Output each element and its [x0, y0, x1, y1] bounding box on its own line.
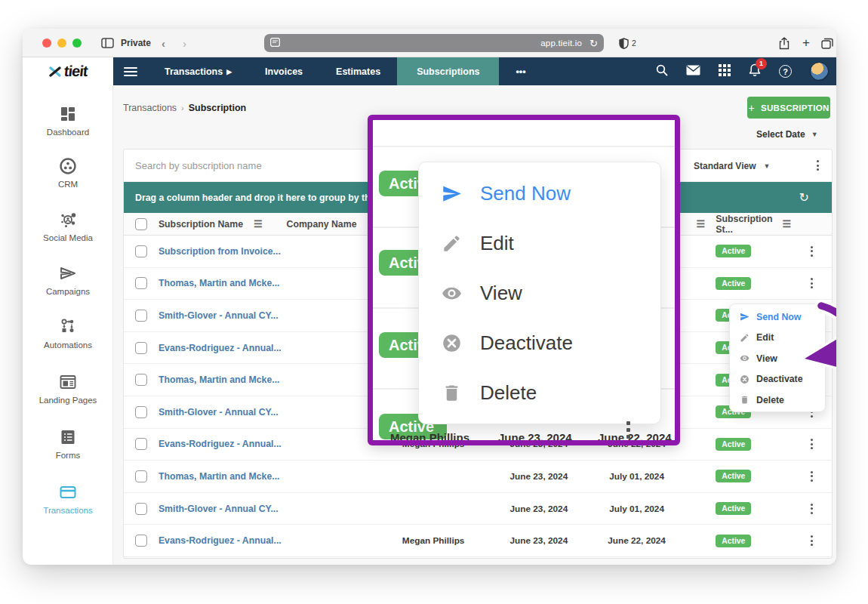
sidebar-item-dashboard[interactable]: Dashboard: [23, 105, 113, 147]
select-all-checkbox[interactable]: [135, 218, 147, 230]
view-selector-dropdown[interactable]: Standard View ▼: [694, 149, 770, 182]
browser-sidebar-icon[interactable]: [101, 29, 114, 57]
logo-text: tieit: [63, 63, 88, 80]
breadcrumb: Transactions › Subscription: [123, 103, 246, 113]
reload-icon[interactable]: ↻: [589, 38, 598, 49]
sidebar-item-crm[interactable]: CRM: [23, 157, 113, 199]
minimize-window-icon[interactable]: [57, 39, 66, 48]
sidebar-item-campaigns[interactable]: Campaigns: [23, 264, 113, 307]
row-checkbox[interactable]: [135, 406, 147, 418]
subscription-name-link[interactable]: Thomas, Martin and Mcke...: [159, 471, 280, 482]
tab-overview-icon[interactable]: [821, 29, 833, 57]
menu-item-deactivate[interactable]: Deactivate: [730, 369, 825, 390]
user-avatar[interactable]: [810, 62, 829, 81]
sidebar-item-automations[interactable]: Automations: [23, 318, 113, 360]
status-badge: Active: [716, 438, 751, 451]
new-tab-icon[interactable]: +: [802, 29, 810, 57]
row-checkbox[interactable]: [135, 310, 147, 322]
credit-card-icon: [59, 483, 77, 501]
menu-item-send-now[interactable]: Send Now: [419, 168, 660, 218]
subscription-name-link[interactable]: Thomas, Martin and Mcke...: [159, 374, 280, 385]
row-kebab-menu-magnified[interactable]: [626, 421, 630, 439]
chevron-down-icon: ▼: [811, 131, 818, 138]
sidebar-item-landing-pages[interactable]: Landing Pages: [23, 373, 113, 415]
menu-item-edit[interactable]: Edit: [730, 328, 825, 349]
menu-item-view[interactable]: View: [730, 348, 825, 369]
nav-subscriptions[interactable]: Subscriptions: [397, 57, 499, 85]
help-icon[interactable]: ?: [779, 65, 792, 78]
eye-icon: [740, 353, 749, 363]
subscription-name-link[interactable]: Subscription from Invoice...: [159, 246, 281, 257]
privacy-shield[interactable]: 2: [619, 29, 636, 57]
select-date-dropdown[interactable]: Select Date ▼: [756, 129, 818, 140]
menu-item-deactivate[interactable]: Deactivate: [419, 318, 660, 368]
forward-button[interactable]: ›: [183, 29, 186, 57]
sidebar-item-social-media[interactable]: Social Media: [23, 211, 113, 253]
column-subscription-name[interactable]: Subscription Name: [159, 219, 243, 230]
apps-grid-icon[interactable]: [719, 64, 731, 79]
menu-item-delete[interactable]: Delete: [419, 368, 660, 418]
row-checkbox[interactable]: [135, 245, 147, 257]
row-kebab-menu[interactable]: [806, 276, 817, 290]
app-logo[interactable]: tieit: [23, 57, 113, 85]
clipped-date: June 23, 2024: [498, 431, 572, 440]
row-checkbox[interactable]: [135, 470, 147, 482]
subscription-name-link[interactable]: Smith-Glover - Annual CY...: [159, 504, 279, 514]
pencil-icon: [740, 333, 749, 343]
pencil-icon: [442, 233, 462, 254]
add-subscription-button[interactable]: + SUBSCRIPTION: [747, 97, 830, 119]
nav-transactions[interactable]: Transactions ▶: [148, 57, 248, 85]
back-button[interactable]: ‹: [162, 29, 165, 57]
traffic-lights[interactable]: [42, 39, 82, 48]
row-kebab-menu[interactable]: [806, 534, 817, 547]
nav-more[interactable]: •••: [499, 57, 542, 85]
address-bar[interactable]: app.tieit.io ↻: [264, 34, 604, 52]
row-kebab-menu[interactable]: [806, 245, 817, 258]
notifications-bell-icon[interactable]: 1: [749, 63, 761, 80]
zoom-window-icon[interactable]: [72, 39, 82, 48]
clipped-contact: Megan Phillips: [390, 431, 469, 440]
subscription-name-link[interactable]: Thomas, Martin and Mcke...: [159, 278, 280, 288]
row-checkbox[interactable]: [135, 374, 147, 386]
menu-item-delete[interactable]: Delete: [730, 390, 825, 411]
row-kebab-menu[interactable]: [806, 502, 817, 516]
column-menu-icon[interactable]: ☰: [254, 218, 263, 230]
mail-icon[interactable]: [686, 65, 700, 79]
menu-item-send-now[interactable]: Send Now: [730, 307, 825, 328]
row-checkbox[interactable]: [135, 535, 147, 547]
table-row: Evans-Rodriguez - Annual... Megan Philli…: [124, 525, 832, 557]
sidebar-item-forms[interactable]: Forms: [23, 428, 113, 470]
dashboard-icon: [59, 105, 77, 123]
column-subscription-status[interactable]: Subscription St...: [716, 214, 776, 235]
workflow-icon: [59, 318, 77, 336]
nav-estimates[interactable]: Estimates: [319, 57, 397, 85]
subscription-name-link[interactable]: Evans-Rodriguez - Annual...: [159, 343, 282, 353]
row-checkbox[interactable]: [135, 438, 147, 450]
breadcrumb-transactions[interactable]: Transactions: [123, 103, 177, 113]
column-menu-icon[interactable]: ☰: [697, 218, 706, 230]
sidebar-item-transactions[interactable]: Transactions: [23, 483, 113, 525]
row-kebab-menu[interactable]: [806, 437, 817, 451]
column-menu-icon[interactable]: ☰: [782, 218, 791, 230]
subscription-name-link[interactable]: Evans-Rodriguez - Annual...: [159, 439, 282, 449]
menu-item-edit[interactable]: Edit: [419, 218, 660, 268]
row-kebab-menu[interactable]: [806, 470, 817, 483]
menu-item-view[interactable]: View: [419, 268, 660, 318]
row-checkbox[interactable]: [135, 277, 147, 289]
reader-icon[interactable]: [270, 36, 280, 50]
column-company-name[interactable]: Company Name: [287, 219, 357, 230]
share-icon[interactable]: [779, 29, 790, 57]
menu-hamburger-icon[interactable]: [124, 65, 137, 79]
row-checkbox[interactable]: [135, 342, 147, 354]
subscription-name-link[interactable]: Smith-Glover - Annual CY...: [159, 407, 279, 418]
magnifier-content: Active Active Active Active Megan Philli…: [373, 120, 675, 440]
nav-invoices[interactable]: Invoices: [248, 57, 319, 85]
search-icon[interactable]: [656, 64, 668, 79]
subscription-name-link[interactable]: Evans-Rodriguez - Annual...: [159, 535, 282, 546]
refresh-icon[interactable]: ↻: [799, 190, 809, 205]
row-checkbox[interactable]: [135, 503, 147, 515]
browser-chrome: Private ‹ › app.tieit.io ↻ 2 +: [23, 29, 836, 57]
toolbar-kebab-menu[interactable]: [812, 159, 823, 172]
subscription-name-link[interactable]: Smith-Glover - Annual CY...: [159, 310, 279, 321]
close-window-icon[interactable]: [42, 39, 51, 48]
